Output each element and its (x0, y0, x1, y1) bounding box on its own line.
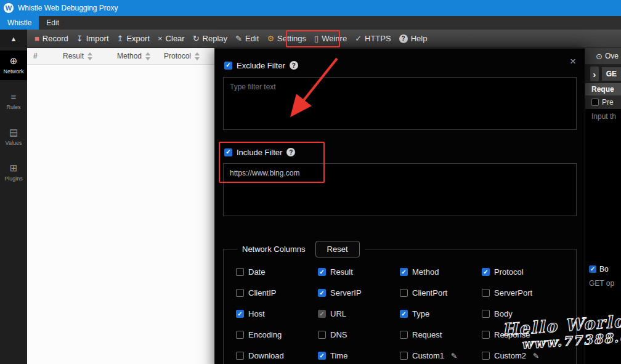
column-option-label: ClientIP (248, 288, 277, 297)
record-label: Record (43, 34, 68, 43)
toolbar-button-import[interactable]: ↧Import (76, 34, 109, 43)
checkbox-time[interactable] (318, 352, 326, 360)
panel-filter-input[interactable]: Input th (584, 109, 621, 125)
close-icon[interactable]: × (570, 56, 576, 67)
tab-overview[interactable]: ⊙ Ove (584, 48, 621, 65)
rules-icon: ≡ (11, 92, 17, 101)
exclude-filter-input[interactable] (223, 77, 577, 130)
toolbar-button-weinre[interactable]: ▯Weinre (314, 34, 347, 43)
sort-icon[interactable] (195, 52, 200, 60)
edit-icon[interactable]: ✎ (451, 352, 457, 360)
app-logo-icon: W (4, 3, 14, 13)
settings-icon: ⚙ (267, 34, 274, 42)
request-line: GET op (589, 279, 614, 288)
column-option-label: Body (494, 309, 513, 318)
column-option-download: Download (236, 351, 318, 360)
checkbox-date[interactable] (236, 268, 244, 276)
overview-tab-label: Ove (605, 52, 619, 60)
record-icon: ■ (34, 34, 39, 42)
exclude-filter-label: Exclude Filter (237, 61, 285, 70)
checkbox-url[interactable] (318, 310, 326, 318)
toolbar-button-settings[interactable]: ⚙Settings (267, 34, 306, 43)
column-option-time: Time (318, 351, 400, 360)
pre-checkbox-label: Pre (602, 98, 614, 107)
include-filter-checkbox[interactable] (224, 148, 232, 156)
body-checkbox[interactable] (589, 265, 596, 273)
toolbar-button-record[interactable]: ■Record (34, 34, 68, 43)
sort-icon[interactable] (145, 52, 150, 60)
toolbar-button-edit[interactable]: ✎Edit (235, 34, 259, 43)
column-option-body: Body (482, 309, 564, 318)
column-option-custom1: Custom1✎ (400, 351, 482, 360)
checkbox-result[interactable] (318, 268, 326, 276)
reset-button[interactable]: Reset (315, 241, 360, 257)
column-option-label: Result (330, 267, 353, 277)
checkbox-protocol[interactable] (482, 268, 490, 276)
exclude-filter-checkbox[interactable] (224, 62, 232, 70)
checkbox-serverip[interactable] (318, 289, 326, 297)
menu-item-whistle[interactable]: Whistle (0, 16, 39, 30)
column-option-label: Method (412, 267, 439, 277)
sort-up-arrow (195, 52, 200, 55)
sort-up-arrow (87, 52, 92, 55)
sidebar-item-rules[interactable]: ≡Rules (0, 86, 27, 116)
column-header-result[interactable]: Result (57, 52, 111, 60)
toolbar-button-https[interactable]: ✓HTTPS (355, 34, 391, 43)
toolbar-button-replay[interactable]: ↻Replay (193, 34, 227, 43)
toolbar-button-clear[interactable]: ×Clear (158, 34, 185, 43)
replay-label: Replay (203, 34, 227, 43)
pre-checkbox[interactable] (591, 99, 599, 106)
https-icon: ✓ (355, 34, 362, 42)
column-option-encoding: Encoding (236, 330, 318, 339)
body-checkbox-label: Bo (599, 265, 609, 273)
sidebar-item-plugins[interactable]: ⊞Plugins (0, 158, 27, 187)
help-icon[interactable]: ? (286, 148, 295, 156)
settings-dialog: × Exclude Filter ? Include Filter ? http… (214, 48, 585, 364)
sort-down-arrow (87, 57, 92, 60)
include-filter-input[interactable]: https://www.bing.com (223, 163, 577, 216)
help-label: Help (411, 34, 428, 43)
column-option-request: Request (400, 330, 482, 339)
checkbox-response[interactable] (482, 331, 490, 339)
sort-down-arrow (145, 57, 150, 60)
edit-icon[interactable]: ✎ (533, 352, 539, 360)
column-option-label: URL (330, 309, 346, 318)
exclude-filter-row: Exclude Filter ? (224, 60, 577, 71)
network-icon: ⊕ (10, 56, 18, 65)
checkbox-download[interactable] (236, 352, 244, 360)
column-option-response: Response (482, 330, 564, 339)
help-icon: ? (399, 34, 408, 43)
checkbox-custom2[interactable] (482, 352, 490, 360)
toolbar-button-export[interactable]: ↥Export (117, 34, 150, 43)
column-option-label: Date (248, 267, 265, 277)
sidebar-item-network[interactable]: ⊕Network (0, 51, 27, 80)
collapse-sidebar-button[interactable]: ▲ (0, 30, 27, 47)
checkbox-custom1[interactable] (400, 352, 408, 360)
toolbar-button-help[interactable]: ?Help (399, 34, 428, 43)
checkbox-encoding[interactable] (236, 331, 244, 339)
menu-item-edit[interactable]: Edit (39, 16, 67, 30)
checkbox-clientport[interactable] (400, 289, 408, 297)
checkbox-serverport[interactable] (482, 289, 490, 297)
checkbox-type[interactable] (400, 310, 408, 318)
body-option-row: Bo (589, 265, 609, 273)
column-option-date: Date (236, 267, 318, 277)
sort-icon[interactable] (87, 52, 92, 60)
sidebar-item-label: Rules (6, 104, 20, 110)
column-option-label: Request (412, 330, 442, 339)
help-icon[interactable]: ? (290, 61, 298, 70)
checkbox-body[interactable] (482, 310, 490, 318)
sidebar-item-values[interactable]: ▤Values (0, 122, 27, 152)
checkbox-clientip[interactable] (236, 289, 244, 297)
checkbox-method[interactable] (400, 268, 408, 276)
column-header-index[interactable]: # (27, 52, 57, 60)
column-option-custom2: Custom2✎ (482, 351, 564, 360)
column-label: Method (117, 52, 142, 60)
checkbox-host[interactable] (236, 310, 244, 318)
column-header-method[interactable]: Method (111, 52, 158, 60)
column-option-label: Time (330, 351, 347, 360)
column-header-protocol[interactable]: Protocol (158, 52, 213, 60)
checkbox-dns[interactable] (318, 331, 326, 339)
checkbox-request[interactable] (400, 331, 408, 339)
expand-panel-button[interactable]: › (590, 67, 599, 81)
